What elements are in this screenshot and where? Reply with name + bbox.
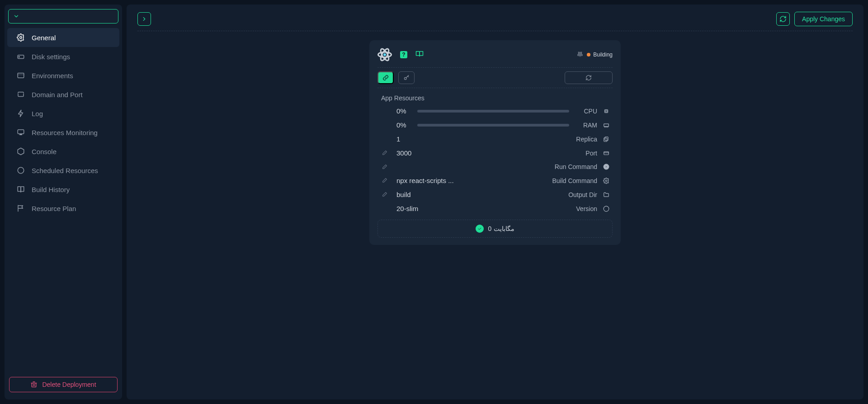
svg-rect-10	[32, 383, 36, 387]
sidebar-item-label: Disk settings	[32, 53, 70, 61]
chevron-down-icon	[13, 13, 19, 19]
edit-run-button[interactable]	[380, 164, 388, 170]
check-icon	[476, 225, 484, 233]
svg-point-19	[578, 54, 580, 56]
restart-button[interactable]	[565, 71, 613, 84]
gear-icon	[603, 177, 610, 184]
storage-box: 0 مگابایت	[377, 220, 613, 238]
restart-icon	[585, 75, 592, 81]
storage-amount: 0	[488, 225, 492, 232]
docs-icon[interactable]	[415, 51, 424, 59]
run-label: Run Command	[547, 163, 597, 170]
sidebar-item-label: Resources Monitoring	[32, 129, 98, 136]
cpu-label: CPU	[575, 108, 597, 115]
sidebar-item-log[interactable]: Log	[7, 104, 119, 123]
sidebar-item-label: Resource Plan	[32, 205, 76, 212]
row-cpu: 0% CPU	[377, 106, 613, 116]
delete-deployment-button[interactable]: Delete Deployment	[9, 377, 118, 392]
svg-point-21	[580, 52, 581, 54]
replica-value: 1	[394, 135, 443, 143]
trash-icon	[30, 381, 38, 388]
disk-icon	[16, 52, 25, 61]
sidebar-item-disk-settings[interactable]: Disk settings	[7, 47, 119, 66]
credentials-button[interactable]	[398, 71, 415, 84]
sidebar-item-label: General	[32, 34, 56, 42]
collapse-sidebar-button[interactable]	[137, 12, 151, 26]
sidebar-item-console[interactable]: Console	[7, 142, 119, 161]
sidebar-item-domain-port[interactable]: Domain and Port	[7, 85, 119, 104]
replica-icon	[603, 136, 610, 143]
svg-rect-24	[605, 110, 607, 112]
version-label: Version	[547, 205, 597, 212]
sidebar-item-label: Domain and Port	[32, 91, 83, 99]
info-icon	[603, 205, 610, 212]
svg-point-35	[605, 180, 607, 182]
edit-build-button[interactable]	[380, 178, 388, 183]
build-label: Build Command	[547, 177, 597, 184]
replica-label: Replica	[547, 136, 597, 143]
build-value: npx react-scripts ...	[394, 177, 462, 184]
port-icon	[603, 150, 610, 157]
play-icon	[603, 163, 610, 170]
svg-rect-23	[605, 109, 608, 113]
edit-port-button[interactable]	[380, 150, 388, 156]
status-label: Building	[593, 52, 613, 58]
deployment-card: ? Building	[369, 40, 621, 245]
sidebar-item-resource-plan[interactable]: Resource Plan	[7, 199, 119, 218]
row-ram: 0% RAM	[377, 120, 613, 130]
row-run-command: Run Command	[377, 162, 613, 171]
external-link-button[interactable]	[377, 71, 394, 84]
sidebar-item-resources-monitoring[interactable]: Resources Monitoring	[7, 123, 119, 142]
svg-point-0	[20, 37, 22, 39]
monitor-icon	[16, 128, 25, 137]
domain-icon	[16, 90, 25, 99]
port-label: Port	[547, 150, 597, 157]
sidebar-item-label: Console	[32, 148, 57, 155]
resource-list: 0% CPU 0% RAM 1	[377, 106, 613, 213]
svg-rect-5	[18, 92, 24, 97]
namespace-select[interactable]	[8, 9, 118, 23]
status-badge: Building	[587, 52, 613, 58]
main: Apply Changes	[127, 5, 863, 399]
refresh-button[interactable]	[776, 12, 790, 26]
help-icon[interactable]: ?	[400, 51, 407, 58]
row-replica: 1 Replica	[377, 134, 613, 144]
divider	[137, 31, 853, 31]
cpu-value: 0%	[394, 107, 412, 115]
status-dot-icon	[587, 53, 590, 56]
row-port: 3000 Port	[377, 148, 613, 158]
cpu-bar	[417, 110, 569, 113]
gear-icon	[16, 33, 25, 42]
key-icon	[403, 75, 410, 81]
sidebar-item-scheduled-resources[interactable]: Scheduled Resources	[7, 161, 119, 180]
sidebar-item-label: Build History	[32, 186, 70, 193]
output-label: Output Dir	[547, 191, 597, 198]
ram-icon	[603, 122, 610, 129]
clock-icon	[16, 166, 25, 175]
edit-icon	[382, 192, 387, 197]
env-icon	[16, 71, 25, 80]
row-version: 20-slim Version	[377, 204, 613, 213]
apply-changes-button[interactable]: Apply Changes	[794, 12, 853, 26]
sidebar-item-label: Log	[32, 110, 43, 117]
react-icon	[377, 47, 392, 62]
edit-output-button[interactable]	[380, 192, 388, 197]
link-icon	[382, 75, 389, 81]
row-build-command: npx react-scripts ... Build Command	[377, 176, 613, 185]
port-value: 3000	[394, 149, 443, 157]
sidebar-item-environments[interactable]: Environments	[7, 66, 119, 85]
edit-icon	[382, 150, 387, 156]
ram-label: RAM	[575, 122, 597, 129]
svg-rect-4	[18, 73, 24, 75]
cube-icon	[16, 147, 25, 156]
svg-rect-30	[605, 136, 608, 140]
ram-bar	[417, 124, 569, 127]
sidebar-item-build-history[interactable]: Build History	[7, 180, 119, 199]
svg-rect-8	[20, 134, 22, 135]
topbar: Apply Changes	[137, 12, 853, 26]
section-title: App Resources	[381, 94, 613, 102]
cpu-icon	[603, 108, 610, 115]
divider	[377, 88, 613, 88]
sidebar-item-general[interactable]: General	[7, 28, 119, 47]
bolt-icon	[16, 109, 25, 118]
